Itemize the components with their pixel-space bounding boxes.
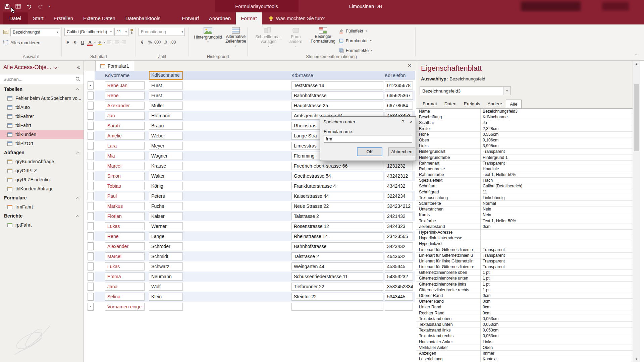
property-value[interactable]: 0cm: [481, 310, 633, 316]
field-kdstrasse[interactable]: Bahnhofstrasse: [291, 92, 383, 100]
property-value[interactable]: [481, 241, 633, 246]
record-selector[interactable]: [88, 192, 94, 200]
document-tab-formular1[interactable]: Formular1: [95, 61, 134, 71]
record-selector[interactable]: [88, 222, 94, 230]
field-kdvorname[interactable]: Akexander: [105, 102, 145, 110]
chevron-down-icon[interactable]: ▾: [104, 41, 105, 44]
property-value[interactable]: Nein: [481, 212, 633, 218]
field-kdnachname[interactable]: Klein: [149, 293, 183, 301]
change-shape-button[interactable]: Form ändern ▾: [285, 27, 307, 48]
field-kdstrasse[interactable]: Bahnhofstrasse: [291, 242, 383, 250]
field-kdnachname[interactable]: Walter: [149, 172, 183, 180]
save-icon[interactable]: [4, 3, 10, 9]
field-kdnachname[interactable]: Braun: [149, 122, 183, 130]
field-kdvorname[interactable]: Alexander: [105, 242, 145, 250]
chevron-down-icon[interactable]: ▾: [503, 87, 511, 95]
customize-qat-caret-icon[interactable]: ▾: [48, 4, 50, 8]
chevron-down-icon[interactable]: ▾: [94, 41, 96, 44]
record-selector[interactable]: [88, 293, 94, 301]
property-value[interactable]: 1 pt: [481, 282, 633, 287]
nav-item-tblplzort[interactable]: tblPlzOrt: [0, 139, 84, 148]
field-kdvorname[interactable]: Rene: [105, 92, 145, 100]
property-value[interactable]: 0cm: [481, 299, 633, 304]
property-value[interactable]: Immer: [481, 351, 633, 356]
field-kdnachname[interactable]: Peters: [149, 192, 183, 200]
property-value[interactable]: 0,053cm: [481, 333, 633, 339]
chevron-down-icon[interactable]: [53, 65, 57, 69]
field-kdvorname[interactable]: Lara: [105, 142, 145, 150]
field-kdvorname[interactable]: Selina: [105, 293, 145, 301]
nav-item-frmfahrt[interactable]: frmFahrt: [0, 202, 84, 212]
align-left-icon[interactable]: [106, 39, 113, 46]
record-selector[interactable]: [88, 232, 94, 240]
field-kdtelefon[interactable]: 3423432: [385, 242, 413, 250]
field-kdstrasse[interactable]: Teststrasse 14: [291, 81, 383, 89]
field-kdvorname[interactable]: Marcel: [105, 162, 145, 170]
field-kdnachname[interactable]: Schmidt: [149, 252, 183, 260]
property-value[interactable]: [481, 235, 633, 241]
thousands-separator-icon[interactable]: 000: [154, 39, 161, 46]
prop-tab-andere[interactable]: Andere: [484, 100, 506, 108]
tab-start[interactable]: Start: [28, 12, 49, 24]
field-kdnachname[interactable]: Müller: [149, 102, 183, 110]
nav-item-tblkunden-abfrage[interactable]: tblKunden Abfrage: [0, 184, 84, 193]
field-kdvorname[interactable]: Lukas: [105, 262, 145, 270]
vertical-scrollbar[interactable]: ▴ ▾: [633, 61, 640, 362]
field-kdnachname[interactable]: Lange: [149, 232, 183, 240]
tab-erstellen[interactable]: Erstellen: [49, 12, 78, 24]
font-size-combo[interactable]: 11 ▾: [114, 28, 128, 36]
property-value[interactable]: Linksbündig: [481, 195, 633, 200]
nav-item-tblkunden[interactable]: tblKunden: [0, 130, 84, 139]
property-value[interactable]: 0cm: [481, 224, 633, 229]
nav-pane-header[interactable]: Alle Access-Obje... «: [0, 61, 84, 74]
field-kdstrasse[interactable]: [291, 303, 383, 311]
field-kdtelefon[interactable]: 5343445: [385, 293, 413, 301]
property-value[interactable]: 1 pt: [481, 276, 633, 281]
background-image-button[interactable]: Hintergrundbild ▾: [192, 27, 224, 44]
form-name-input[interactable]: [324, 135, 412, 143]
record-selector[interactable]: *: [88, 303, 94, 311]
field-kdtelefon[interactable]: 324234212: [385, 202, 413, 210]
redo-icon[interactable]: [37, 3, 43, 9]
field-kdvorname[interactable]: Jana: [105, 283, 145, 291]
field-kdstrasse[interactable]: Kaiserstrasse 44: [291, 192, 383, 200]
record-selector[interactable]: [88, 242, 94, 250]
collapse-ribbon-icon[interactable]: ⌃: [635, 53, 638, 58]
remove-decimal-icon[interactable]: .00: [169, 39, 177, 46]
shutter-bar-close-icon[interactable]: «: [77, 64, 80, 71]
property-value[interactable]: Transparent: [481, 258, 633, 264]
property-value[interactable]: Hintergrund 1: [481, 155, 633, 160]
field-kdtelefon[interactable]: 35324523345: [385, 283, 413, 291]
field-kdstrasse[interactable]: Weingarten 44: [291, 262, 383, 270]
property-value[interactable]: Text 1, Heller 50%: [481, 172, 633, 177]
field-kdstrasse[interactable]: Rheinstrasse 14: [291, 232, 383, 240]
property-value[interactable]: 0,053cm: [481, 327, 633, 333]
field-kdtelefon[interactable]: 66778684: [385, 102, 413, 110]
field-kdvorname[interactable]: Rene Jan: [105, 81, 145, 89]
field-kdstrasse[interactable]: Talstrasse 2: [291, 212, 383, 220]
property-value[interactable]: 11: [481, 189, 633, 195]
shape-outline-button[interactable]: Formkontur ▾: [339, 38, 371, 43]
tell-me-box[interactable]: Was möchten Sie tun?: [269, 12, 325, 24]
property-value[interactable]: Haarlinie: [481, 166, 633, 172]
property-value[interactable]: 0,053cm: [481, 316, 633, 321]
undo-icon[interactable]: [26, 3, 32, 9]
nav-section-berichte[interactable]: Berichte: [0, 212, 84, 221]
field-kdstrasse[interactable]: Hauptstrasse 2a: [291, 102, 383, 110]
field-kdtelefon[interactable]: 012345678: [385, 81, 413, 89]
fill-color-button[interactable]: [96, 39, 103, 46]
field-kdnachname[interactable]: Wolf: [149, 283, 183, 291]
property-value[interactable]: 1 pt: [481, 287, 633, 293]
field-kdvorname[interactable]: Emma: [105, 273, 145, 281]
nav-search-box[interactable]: Suchen...: [0, 74, 84, 84]
field-kdtelefon[interactable]: 4535345: [385, 262, 413, 270]
alternate-row-color-button[interactable]: Alternative Zeilenfarbe ▾: [226, 27, 246, 48]
record-selector[interactable]: ▸: [88, 81, 94, 89]
nav-item-tblfahrt[interactable]: tblFahrt: [0, 121, 84, 130]
property-value[interactable]: Bezeichnungsfeld3: [481, 109, 633, 114]
percent-format-icon[interactable]: %: [146, 39, 154, 46]
field-kdnachname[interactable]: Hofmann: [149, 112, 183, 120]
property-value[interactable]: 2,328cm: [481, 126, 633, 131]
record-selector[interactable]: [88, 92, 94, 100]
column-header-kdvorname[interactable]: KdVorname: [105, 71, 129, 80]
